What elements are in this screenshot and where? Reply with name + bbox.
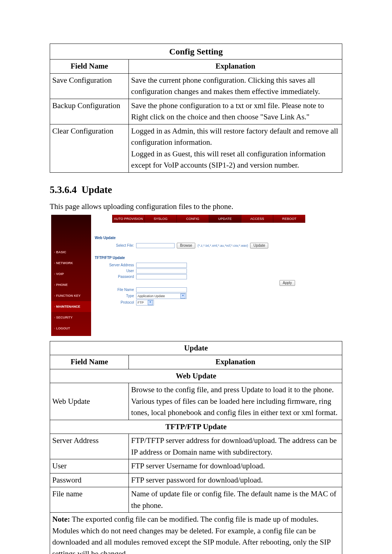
- user-label: User: [95, 269, 136, 273]
- type-select[interactable]: Application Update ▾: [136, 293, 187, 299]
- update-row-field: User: [50, 459, 129, 473]
- protocol-select[interactable]: FTP ▾: [136, 300, 154, 305]
- type-label: Type: [95, 294, 136, 298]
- server-address-input[interactable]: [136, 263, 187, 268]
- update-doc-table: Update Field Name Explanation Web Update…: [50, 341, 342, 554]
- tftp-section: TFTP/FTP Update: [50, 420, 342, 434]
- password-input[interactable]: [136, 274, 187, 279]
- user-input[interactable]: [136, 268, 187, 274]
- note-label: Note:: [52, 515, 70, 524]
- sidebar-item-network[interactable]: NETWORK: [51, 258, 91, 268]
- config-setting-table: Config Setting Field Name Explanation Sa…: [50, 44, 342, 173]
- sidebar-item-maintenance[interactable]: MAINTENANCE: [51, 301, 91, 312]
- section-intro: This page allows uploading configuration…: [50, 202, 342, 211]
- heading-title: Update: [82, 184, 112, 195]
- config-row-expl: Save the phone configuration to a txt or…: [129, 99, 342, 124]
- section-heading: 5.3.6.4 Update: [50, 184, 342, 196]
- heading-number: 5.3.6.4: [50, 184, 77, 195]
- web-update-section: Web Update: [50, 369, 342, 383]
- ui-sidebar: BASIC NETWORK VOIP PHONE FUNCTION KEY MA…: [51, 215, 91, 336]
- update-row-expl: FTP/TFTP server address for download/upl…: [129, 434, 342, 459]
- browse-button[interactable]: Browse: [177, 243, 195, 249]
- sidebar-item-voip[interactable]: VOIP: [51, 268, 91, 279]
- update-row-field: Password: [50, 473, 129, 487]
- tab-reboot[interactable]: REBOOT: [273, 215, 305, 223]
- ui-screenshot: BASIC NETWORK VOIP PHONE FUNCTION KEY MA…: [51, 215, 305, 336]
- select-file-input[interactable]: [136, 243, 175, 248]
- config-row-expl: Save the current phone configuration. Cl…: [129, 73, 342, 99]
- apply-button[interactable]: Apply: [279, 280, 295, 286]
- update-button[interactable]: Update: [250, 243, 268, 249]
- update-row-field: Server Address: [50, 434, 129, 459]
- update-head-field: Field Name: [50, 355, 129, 369]
- update-head-expl: Explanation: [129, 355, 342, 369]
- config-head-expl: Explanation: [129, 59, 342, 74]
- tab-config[interactable]: CONFIG: [176, 215, 209, 223]
- sidebar-item-security[interactable]: SECURITY: [51, 312, 91, 323]
- file-name-label: File Name: [95, 288, 136, 292]
- update-note: Note: The exported config file can be mo…: [50, 513, 342, 554]
- tab-update[interactable]: UPDATE: [209, 215, 241, 223]
- update-row-expl: FTP server Username for download/upload.: [129, 459, 342, 473]
- sidebar-item-phone[interactable]: PHONE: [51, 279, 91, 290]
- update-row-expl: Name of update file or config file. The …: [129, 487, 342, 513]
- select-file-label: Select File:: [95, 243, 136, 247]
- protocol-label: Protocol: [95, 300, 136, 304]
- sidebar-item-basic[interactable]: BASIC: [51, 247, 91, 258]
- file-name-input[interactable]: [136, 287, 187, 292]
- password-label: Password: [95, 275, 136, 279]
- config-head-field: Field Name: [50, 59, 129, 74]
- sidebar-item-logout[interactable]: LOGOUT: [51, 323, 91, 334]
- update-row-field: Web Update: [50, 383, 129, 420]
- tftp-title: TFTP/FTP Update: [95, 256, 299, 260]
- note-text: The exported config file can be modified…: [52, 515, 331, 554]
- ui-body: Web Update Select File: Browse (*.z,*.tx…: [91, 223, 305, 315]
- tab-access[interactable]: ACCESS: [241, 215, 273, 223]
- config-title: Config Setting: [50, 44, 342, 59]
- config-row-field: Save Configuration: [50, 73, 129, 99]
- config-row-expl: Logged in as Admin, this will restore fa…: [129, 124, 342, 172]
- select-file-row: Select File: Browse (*.z,*.txt,*.xml,*.a…: [95, 243, 299, 249]
- ui-tabs: AUTO PROVISION SYSLOG CONFIG UPDATE ACCE…: [91, 215, 305, 223]
- chevron-down-icon: ▾: [180, 294, 185, 299]
- update-row-expl: FTP server password for download/upload.: [129, 473, 342, 487]
- config-row-field: Clear Configuration: [50, 124, 129, 172]
- file-type-hint: (*.z,*.txt,*.xml,*.au,*vcf,*.csv,*.wav): [197, 244, 248, 247]
- sidebar-item-function-key[interactable]: FUNCTION KEY: [51, 290, 91, 301]
- update-row-expl: Browse to the config file, and press Upd…: [129, 383, 342, 420]
- tab-syslog[interactable]: SYSLOG: [144, 215, 177, 223]
- ui-right-pane: AUTO PROVISION SYSLOG CONFIG UPDATE ACCE…: [91, 215, 305, 336]
- config-row-field: Backup Configuration: [50, 99, 129, 124]
- server-address-label: Server Address: [95, 263, 136, 267]
- tab-auto-provision[interactable]: AUTO PROVISION: [112, 215, 144, 223]
- update-row-field: File name: [50, 487, 129, 513]
- update-title: Update: [50, 341, 342, 355]
- web-update-title: Web Update: [95, 236, 299, 240]
- chevron-down-icon: ▾: [148, 300, 153, 305]
